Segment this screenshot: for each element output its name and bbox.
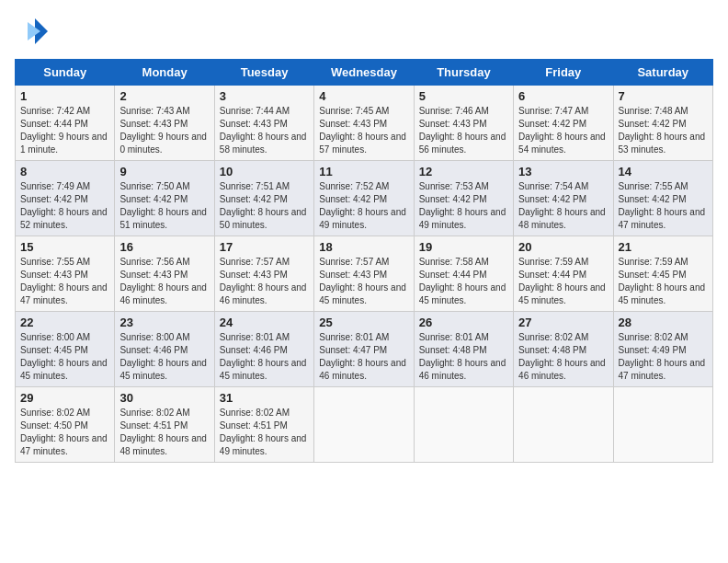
day-number: 23 xyxy=(119,316,209,329)
day-number: 24 xyxy=(220,316,309,329)
weekday-header-thursday: Thursday xyxy=(414,60,513,86)
cell-info: Sunrise: 8:02 AM Sunset: 4:50 PM Dayligh… xyxy=(20,407,109,458)
day-number: 30 xyxy=(119,391,209,405)
calendar-week-1: 1 Sunrise: 7:42 AM Sunset: 4:44 PM Dayli… xyxy=(16,86,713,161)
calendar-cell: 4 Sunrise: 7:45 AM Sunset: 4:43 PM Dayli… xyxy=(314,86,414,161)
weekday-header-tuesday: Tuesday xyxy=(214,60,313,86)
cell-info: Sunrise: 7:53 AM Sunset: 4:42 PM Dayligh… xyxy=(419,180,508,232)
weekday-header-saturday: Saturday xyxy=(613,60,712,86)
day-number: 29 xyxy=(20,391,109,405)
day-number: 31 xyxy=(220,391,309,405)
weekday-header-sunday: Sunday xyxy=(16,60,115,86)
calendar-cell: 17 Sunrise: 7:57 AM Sunset: 4:43 PM Dayl… xyxy=(214,236,313,312)
day-number: 18 xyxy=(319,240,408,254)
day-number: 14 xyxy=(619,165,708,178)
day-number: 27 xyxy=(518,316,608,329)
calendar-cell: 29 Sunrise: 8:02 AM Sunset: 4:50 PM Dayl… xyxy=(16,387,115,463)
page-header xyxy=(15,15,713,48)
cell-info: Sunrise: 8:00 AM Sunset: 4:46 PM Dayligh… xyxy=(119,331,209,383)
cell-info: Sunrise: 8:02 AM Sunset: 4:51 PM Dayligh… xyxy=(119,407,209,458)
calendar-cell: 31 Sunrise: 8:02 AM Sunset: 4:51 PM Dayl… xyxy=(214,387,313,463)
day-number: 10 xyxy=(220,165,309,178)
cell-info: Sunrise: 8:01 AM Sunset: 4:46 PM Dayligh… xyxy=(220,331,309,383)
day-number: 17 xyxy=(220,240,309,254)
calendar-cell: 24 Sunrise: 8:01 AM Sunset: 4:46 PM Dayl… xyxy=(214,312,313,387)
calendar-cell: 26 Sunrise: 8:01 AM Sunset: 4:48 PM Dayl… xyxy=(414,312,513,387)
cell-info: Sunrise: 7:51 AM Sunset: 4:42 PM Dayligh… xyxy=(220,180,309,232)
calendar-week-2: 8 Sunrise: 7:49 AM Sunset: 4:42 PM Dayli… xyxy=(16,161,713,236)
cell-info: Sunrise: 7:58 AM Sunset: 4:44 PM Dayligh… xyxy=(419,256,508,307)
cell-info: Sunrise: 7:44 AM Sunset: 4:43 PM Dayligh… xyxy=(220,105,309,156)
day-number: 8 xyxy=(20,165,109,178)
calendar-cell: 27 Sunrise: 8:02 AM Sunset: 4:48 PM Dayl… xyxy=(514,312,613,387)
calendar-cell xyxy=(414,387,513,463)
day-number: 12 xyxy=(419,165,508,178)
calendar-header: SundayMondayTuesdayWednesdayThursdayFrid… xyxy=(16,60,713,86)
day-number: 4 xyxy=(319,89,408,103)
day-number: 26 xyxy=(419,316,508,329)
calendar-cell xyxy=(314,387,414,463)
weekday-header-friday: Friday xyxy=(514,60,613,86)
cell-info: Sunrise: 7:52 AM Sunset: 4:42 PM Dayligh… xyxy=(319,180,408,232)
day-number: 19 xyxy=(419,240,508,254)
calendar-cell: 9 Sunrise: 7:50 AM Sunset: 4:42 PM Dayli… xyxy=(115,161,214,236)
cell-info: Sunrise: 8:02 AM Sunset: 4:48 PM Dayligh… xyxy=(518,331,608,383)
cell-info: Sunrise: 8:01 AM Sunset: 4:47 PM Dayligh… xyxy=(319,331,408,383)
calendar-week-5: 29 Sunrise: 8:02 AM Sunset: 4:50 PM Dayl… xyxy=(16,387,713,463)
calendar-cell xyxy=(613,387,712,463)
calendar-week-4: 22 Sunrise: 8:00 AM Sunset: 4:45 PM Dayl… xyxy=(16,312,713,387)
calendar-cell: 30 Sunrise: 8:02 AM Sunset: 4:51 PM Dayl… xyxy=(115,387,214,463)
weekday-header-row: SundayMondayTuesdayWednesdayThursdayFrid… xyxy=(16,60,713,86)
day-number: 1 xyxy=(20,89,109,103)
calendar-table: SundayMondayTuesdayWednesdayThursdayFrid… xyxy=(15,59,713,463)
cell-info: Sunrise: 7:57 AM Sunset: 4:43 PM Dayligh… xyxy=(319,256,408,307)
weekday-header-monday: Monday xyxy=(115,60,214,86)
calendar-cell: 13 Sunrise: 7:54 AM Sunset: 4:42 PM Dayl… xyxy=(514,161,613,236)
cell-info: Sunrise: 7:59 AM Sunset: 4:45 PM Dayligh… xyxy=(619,256,708,307)
cell-info: Sunrise: 8:02 AM Sunset: 4:49 PM Dayligh… xyxy=(619,331,708,383)
cell-info: Sunrise: 7:50 AM Sunset: 4:42 PM Dayligh… xyxy=(119,180,209,232)
calendar-cell xyxy=(514,387,613,463)
calendar-cell: 8 Sunrise: 7:49 AM Sunset: 4:42 PM Dayli… xyxy=(16,161,115,236)
calendar-cell: 11 Sunrise: 7:52 AM Sunset: 4:42 PM Dayl… xyxy=(314,161,414,236)
day-number: 25 xyxy=(319,316,408,329)
cell-info: Sunrise: 7:56 AM Sunset: 4:43 PM Dayligh… xyxy=(119,256,209,307)
day-number: 5 xyxy=(419,89,508,103)
calendar-cell: 1 Sunrise: 7:42 AM Sunset: 4:44 PM Dayli… xyxy=(16,86,115,161)
cell-info: Sunrise: 7:46 AM Sunset: 4:43 PM Dayligh… xyxy=(419,105,508,156)
day-number: 11 xyxy=(319,165,408,178)
day-number: 6 xyxy=(518,89,608,103)
cell-info: Sunrise: 8:00 AM Sunset: 4:45 PM Dayligh… xyxy=(20,331,109,383)
calendar-cell: 22 Sunrise: 8:00 AM Sunset: 4:45 PM Dayl… xyxy=(16,312,115,387)
calendar-cell: 15 Sunrise: 7:55 AM Sunset: 4:43 PM Dayl… xyxy=(16,236,115,312)
cell-info: Sunrise: 7:48 AM Sunset: 4:42 PM Dayligh… xyxy=(619,105,708,156)
cell-info: Sunrise: 7:55 AM Sunset: 4:43 PM Dayligh… xyxy=(20,256,109,307)
calendar-cell: 6 Sunrise: 7:47 AM Sunset: 4:42 PM Dayli… xyxy=(514,86,613,161)
calendar-cell: 2 Sunrise: 7:43 AM Sunset: 4:43 PM Dayli… xyxy=(115,86,214,161)
day-number: 13 xyxy=(518,165,608,178)
calendar-cell: 25 Sunrise: 8:01 AM Sunset: 4:47 PM Dayl… xyxy=(314,312,414,387)
calendar-cell: 5 Sunrise: 7:46 AM Sunset: 4:43 PM Dayli… xyxy=(414,86,513,161)
weekday-header-wednesday: Wednesday xyxy=(314,60,414,86)
calendar-cell: 3 Sunrise: 7:44 AM Sunset: 4:43 PM Dayli… xyxy=(214,86,313,161)
cell-info: Sunrise: 7:45 AM Sunset: 4:43 PM Dayligh… xyxy=(319,105,408,156)
cell-info: Sunrise: 8:01 AM Sunset: 4:48 PM Dayligh… xyxy=(419,331,508,383)
calendar-cell: 16 Sunrise: 7:56 AM Sunset: 4:43 PM Dayl… xyxy=(115,236,214,312)
calendar-body: 1 Sunrise: 7:42 AM Sunset: 4:44 PM Dayli… xyxy=(16,86,713,463)
calendar-cell: 19 Sunrise: 7:58 AM Sunset: 4:44 PM Dayl… xyxy=(414,236,513,312)
cell-info: Sunrise: 7:59 AM Sunset: 4:44 PM Dayligh… xyxy=(518,256,608,307)
day-number: 21 xyxy=(619,240,708,254)
calendar-cell: 7 Sunrise: 7:48 AM Sunset: 4:42 PM Dayli… xyxy=(613,86,712,161)
cell-info: Sunrise: 8:02 AM Sunset: 4:51 PM Dayligh… xyxy=(220,407,309,458)
calendar-cell: 28 Sunrise: 8:02 AM Sunset: 4:49 PM Dayl… xyxy=(613,312,712,387)
cell-info: Sunrise: 7:42 AM Sunset: 4:44 PM Dayligh… xyxy=(20,105,109,156)
day-number: 9 xyxy=(119,165,209,178)
day-number: 15 xyxy=(20,240,109,254)
calendar-cell: 23 Sunrise: 8:00 AM Sunset: 4:46 PM Dayl… xyxy=(115,312,214,387)
calendar-cell: 21 Sunrise: 7:59 AM Sunset: 4:45 PM Dayl… xyxy=(613,236,712,312)
calendar-cell: 12 Sunrise: 7:53 AM Sunset: 4:42 PM Dayl… xyxy=(414,161,513,236)
calendar-cell: 18 Sunrise: 7:57 AM Sunset: 4:43 PM Dayl… xyxy=(314,236,414,312)
calendar-cell: 20 Sunrise: 7:59 AM Sunset: 4:44 PM Dayl… xyxy=(514,236,613,312)
calendar-cell: 14 Sunrise: 7:55 AM Sunset: 4:42 PM Dayl… xyxy=(613,161,712,236)
cell-info: Sunrise: 7:54 AM Sunset: 4:42 PM Dayligh… xyxy=(518,180,608,232)
